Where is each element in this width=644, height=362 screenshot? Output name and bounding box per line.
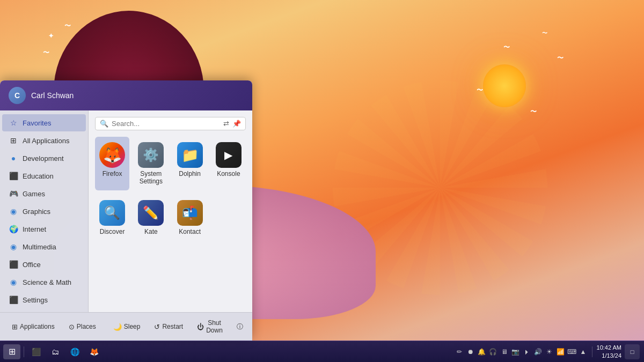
- record-icon: ⏺: [466, 348, 475, 356]
- restart-icon: ↺: [154, 323, 160, 331]
- taskbar-left: ⊞ ⬛ 🗂 🌐 🦊: [0, 344, 106, 359]
- keyboard-icon: ⌨: [568, 348, 576, 356]
- bell-icon: 🔔: [478, 348, 486, 356]
- firefox-icon: [99, 142, 125, 168]
- office-icon: ⬛: [9, 260, 18, 269]
- user-avatar: C: [9, 87, 26, 104]
- sidebar-item-favorites-label: Favorites: [23, 119, 51, 127]
- taskbar-right: ✏ ⏺ 🔔 🎧 🖥 📷 ⏵ 🔊 ☀ 📶 ⌨ ▲ 10:42 AM 1/13/24…: [451, 344, 644, 359]
- firefox-taskbar-button[interactable]: 🦊: [85, 344, 103, 359]
- konsole-label: Konsole: [217, 170, 240, 178]
- files-taskbar-button[interactable]: 🗂: [47, 344, 64, 359]
- app-item-dolphin[interactable]: Dolphin: [173, 137, 207, 190]
- headphones-icon: 🎧: [489, 348, 497, 356]
- sidebar-item-settings[interactable]: ⬛ Settings: [2, 291, 86, 308]
- sidebar-item-education[interactable]: ⬛ Education: [2, 167, 86, 184]
- camera-icon: 📷: [511, 348, 520, 356]
- taskbar-clock[interactable]: 10:42 AM 1/13/24: [597, 344, 621, 359]
- wallpaper-sun: [483, 64, 526, 107]
- sleep-label: Sleep: [124, 323, 141, 330]
- discover-icon: [99, 200, 125, 226]
- kate-label: Kate: [144, 228, 158, 235]
- sidebar-item-multimedia[interactable]: ◉ Multimedia: [2, 238, 86, 255]
- sidebar-item-office[interactable]: ⬛ Office: [2, 256, 86, 273]
- pen-icon: ✏: [455, 348, 464, 356]
- start-button[interactable]: ⊞: [3, 344, 20, 359]
- places-button[interactable]: ⊙ Places: [63, 321, 101, 333]
- games-icon: 🎮: [9, 189, 18, 198]
- media-icon: ⏵: [523, 348, 531, 356]
- menu-sidebar: ☆ Favorites ⊞ All Applications ● Develop…: [0, 110, 89, 312]
- bird-1: ✦: [48, 32, 54, 40]
- apps-footer-icon: ⊞: [12, 323, 18, 331]
- kate-icon: [138, 200, 164, 226]
- expand-icon[interactable]: ▲: [579, 348, 588, 356]
- search-toggle-button[interactable]: ⇄: [223, 120, 229, 128]
- sidebar-item-development[interactable]: ● Development: [2, 150, 86, 167]
- app-item-system-settings[interactable]: System Settings: [134, 137, 168, 190]
- info-button[interactable]: ⓘ: [231, 320, 248, 334]
- bird-7: 〜: [477, 86, 483, 95]
- app-item-firefox[interactable]: Firefox: [95, 137, 129, 190]
- sidebar-item-games[interactable]: 🎮 Games: [2, 185, 86, 202]
- wifi-icon: 📶: [557, 348, 565, 356]
- clock-time: 10:42 AM: [597, 344, 621, 351]
- screen-icon: 🖥: [500, 348, 509, 356]
- user-name: Carl Schwan: [31, 91, 74, 100]
- sleep-button[interactable]: 🌙 Sleep: [108, 321, 146, 333]
- bird-3: 〜: [43, 48, 49, 57]
- menu-header: C Carl Schwan: [0, 80, 252, 110]
- app-item-kontact[interactable]: Kontact: [173, 195, 207, 241]
- discover-label: Discover: [100, 228, 125, 235]
- sidebar-item-internet-label: Internet: [23, 225, 46, 233]
- system-settings-label: System Settings: [137, 170, 165, 185]
- places-icon: ⊙: [69, 323, 75, 331]
- firefox-label: Firefox: [103, 170, 122, 178]
- restart-button[interactable]: ↺ Restart: [149, 321, 188, 333]
- search-bar: 🔍 ⇄ 📌: [95, 117, 246, 130]
- app-item-kate[interactable]: Kate: [134, 195, 168, 241]
- pin-button[interactable]: 📌: [232, 120, 241, 128]
- sidebar-item-internet[interactable]: 🌍 Internet: [2, 220, 86, 238]
- bird-6: 〜: [557, 54, 564, 63]
- desktop: ✦ 〜 〜 〜 〜 〜 〜 〜 C Carl Schwan ☆ Favorite…: [0, 0, 644, 362]
- development-icon: ●: [9, 153, 18, 163]
- menu-body: ☆ Favorites ⊞ All Applications ● Develop…: [0, 110, 252, 312]
- taskbar: ⊞ ⬛ 🗂 🌐 🦊 ✏ ⏺ 🔔 🎧 🖥 📷 ⏵ 🔊 ☀ 📶 ⌨ ▲: [0, 341, 644, 362]
- dolphin-label: Dolphin: [179, 170, 201, 178]
- menu-content: 🔍 ⇄ 📌 Firefox System Settings: [89, 110, 252, 312]
- multimedia-icon: ◉: [9, 242, 18, 252]
- show-desktop-button[interactable]: □: [625, 344, 640, 359]
- app-item-konsole[interactable]: Konsole: [211, 137, 246, 190]
- system-settings-icon: [138, 142, 164, 168]
- sidebar-item-education-label: Education: [23, 172, 54, 180]
- education-icon: ⬛: [9, 171, 18, 181]
- sidebar-item-graphics[interactable]: ◉ Graphics: [2, 203, 86, 220]
- browser-taskbar-button[interactable]: 🌐: [66, 344, 83, 359]
- applications-label: Applications: [20, 323, 55, 330]
- kontact-label: Kontact: [179, 228, 201, 235]
- bird-4: 〜: [542, 29, 547, 37]
- bird-2: 〜: [64, 21, 71, 31]
- bird-8: 〜: [530, 107, 537, 116]
- kontact-icon: [177, 200, 203, 226]
- app-menu: C Carl Schwan ☆ Favorites ⊞ All Applicat…: [0, 80, 252, 341]
- apps-grid: Firefox System Settings Dolphin: [95, 137, 246, 241]
- sidebar-item-all-applications[interactable]: ⊞ All Applications: [2, 132, 86, 149]
- sidebar-item-science[interactable]: ◉ Science & Math: [2, 274, 86, 291]
- sidebar-item-favorites[interactable]: ☆ Favorites: [2, 114, 86, 131]
- shutdown-icon: ⏻: [197, 323, 204, 331]
- system-tray: ✏ ⏺ 🔔 🎧 🖥 📷 ⏵ 🔊 ☀ 📶 ⌨ ▲: [455, 348, 588, 356]
- dolphin-icon: [177, 142, 203, 168]
- search-input[interactable]: [112, 120, 220, 128]
- science-icon: ◉: [9, 277, 18, 287]
- applications-button[interactable]: ⊞ Applications: [6, 321, 60, 333]
- terminal-taskbar-button[interactable]: ⬛: [27, 344, 45, 359]
- sidebar-item-all-apps-label: All Applications: [23, 137, 69, 145]
- separator-1: [24, 346, 24, 357]
- shutdown-button[interactable]: ⏻ Shut Down: [192, 317, 228, 336]
- separator-2: [592, 346, 592, 357]
- app-item-discover[interactable]: Discover: [95, 195, 129, 241]
- all-apps-icon: ⊞: [9, 136, 18, 145]
- sidebar-item-office-label: Office: [23, 261, 41, 269]
